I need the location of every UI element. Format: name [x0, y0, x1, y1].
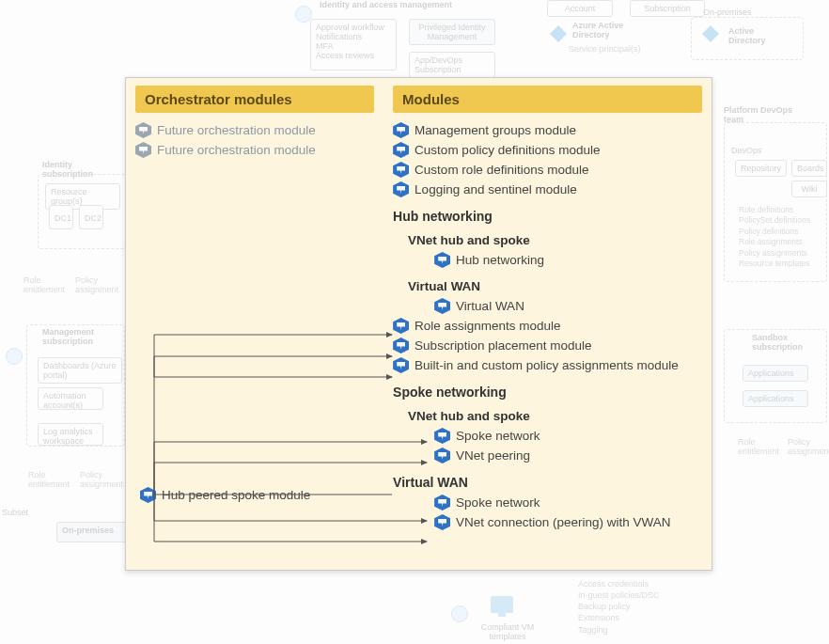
role-assignments-module: Role assignments module — [393, 316, 702, 336]
law: Log analytics workspace — [38, 423, 103, 446]
repo-box: Repository — [735, 160, 787, 177]
aad-title: Azure Active Directory — [572, 21, 638, 39]
module-icon — [434, 514, 450, 530]
devops-lbl: DevOps — [731, 146, 762, 155]
future-module-1: Future orchestration module — [135, 120, 374, 140]
id-sub: Identity subscription — [42, 160, 108, 179]
aad-sub: Service principal(s) — [569, 44, 641, 54]
rg-box: Resource group(s) — [45, 183, 120, 210]
subset: Subset — [2, 508, 28, 517]
hub-networking-header: Hub networking — [393, 209, 702, 224]
boards-box: Boards — [791, 160, 827, 177]
custom-policy-defs-module: Custom policy definitions module — [393, 140, 702, 160]
badge-g — [451, 605, 468, 622]
module-icon — [434, 448, 450, 463]
subscription-box: Subscription — [630, 0, 705, 17]
ad-label: Active Directory — [728, 26, 785, 45]
vnet-hub-spoke-header-2: VNet hub and spoke — [408, 409, 702, 423]
wiki-box: Wiki — [791, 181, 827, 197]
orchestrator-header: Orchestrator modules — [135, 86, 374, 113]
vm-items: Access credentials In-guest policies/DSC… — [578, 578, 660, 636]
vm-lbl: Compliant VM templates — [479, 622, 536, 641]
module-icon — [434, 252, 450, 268]
vnet-peering-1: VNet peering — [434, 446, 702, 465]
virtual-wan-header: Virtual WAN — [408, 279, 702, 293]
svg-rect-2 — [491, 596, 513, 613]
badge-b — [295, 6, 312, 23]
virtual-wan-module: Virtual WAN — [434, 296, 702, 316]
platform-team: Platform DevOps team — [724, 105, 799, 124]
logging-sentinel-module: Logging and sentinel module — [393, 180, 702, 199]
aad-icon — [548, 24, 569, 46]
policy-r: Policy assignment — [788, 437, 825, 456]
dashboards: Dashboards (Azure portal) — [38, 357, 122, 384]
pim-box: Privileged Identity Management — [409, 19, 495, 45]
dc1: DC1 — [49, 205, 73, 229]
svg-marker-1 — [702, 25, 719, 42]
onprem-box: On-premises — [56, 522, 132, 542]
orchestrator-column: Orchestrator modules Future orchestratio… — [126, 78, 383, 570]
mgmt-sub: Management subscription — [42, 327, 108, 346]
role-l2: Role entitlement — [28, 470, 66, 489]
module-icon — [393, 181, 409, 197]
vm-icon — [489, 592, 515, 620]
module-icon — [393, 122, 409, 138]
iam-title: Identity and access management — [320, 0, 452, 9]
account-box: Account — [547, 0, 613, 17]
onprem-label: On-premises — [703, 8, 752, 17]
modules-header: Modules — [393, 86, 702, 113]
module-icon — [135, 122, 151, 138]
module-icon — [393, 142, 409, 158]
module-icon — [393, 162, 409, 178]
spoke-network-2: Spoke network — [434, 493, 702, 512]
module-icon — [393, 357, 409, 373]
badge-d — [6, 348, 23, 365]
policy-l2: Policy assignment — [80, 470, 122, 489]
sandbox-lbl: Sandbox subscription — [752, 333, 808, 352]
vnet-connection-vwan: VNet connection (peering) with VWAN — [434, 512, 702, 532]
ad-icon — [700, 24, 721, 46]
hub-peered-spoke-module: Hub peered spoke module — [140, 485, 310, 505]
module-icon — [393, 338, 409, 353]
iam-items-box: Approval workflow Notifications MFA Acce… — [310, 19, 397, 71]
policy-l1: Policy assignment — [75, 275, 117, 294]
spoke-network-1: Spoke network — [434, 426, 702, 446]
dc2: DC2 — [79, 205, 103, 229]
svg-rect-3 — [498, 613, 506, 617]
vnet-hub-spoke-header: VNet hub and spoke — [408, 233, 702, 247]
module-icon — [135, 142, 151, 158]
apps2: Applications — [743, 390, 808, 407]
pim-items: App/DevOps Subscription owners — [409, 52, 495, 78]
future-module-2: Future orchestration module — [135, 140, 374, 160]
svg-marker-0 — [550, 25, 567, 42]
custom-role-defs-module: Custom role definitions module — [393, 160, 702, 180]
automation: Automation account(s) — [38, 387, 103, 410]
module-icon — [393, 318, 409, 334]
spoke-networking-header: Spoke networking — [393, 385, 702, 400]
subscription-placement-module: Subscription placement module — [393, 336, 702, 355]
role-r: Role entitlement — [738, 437, 775, 456]
modules-panel: Orchestrator modules Future orchestratio… — [125, 77, 712, 571]
module-icon — [140, 487, 156, 503]
module-icon — [434, 428, 450, 444]
module-icon — [434, 495, 450, 510]
role-l1: Role entitlement — [23, 275, 61, 294]
module-icon — [434, 298, 450, 314]
mgmt-groups-module: Management groups module — [393, 120, 702, 140]
apps1: Applications — [743, 365, 808, 382]
modules-column: Modules Management groups module Custom … — [383, 78, 712, 570]
artifact-list: Role definitions PolicySet definitions P… — [739, 205, 810, 270]
policy-assignments-module: Built-in and custom policy assignments m… — [393, 355, 702, 375]
virtual-wan-header-2: Virtual WAN — [393, 475, 702, 490]
hub-networking-module: Hub networking — [434, 250, 702, 270]
